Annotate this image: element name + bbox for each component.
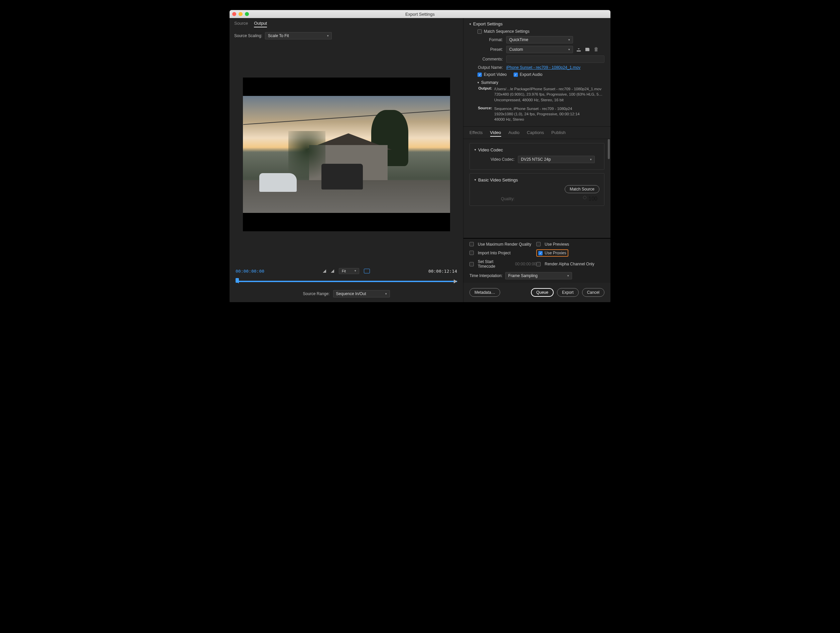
format-dropdown[interactable]: QuickTime ▾ xyxy=(506,36,573,43)
chevron-down-icon: ▾ xyxy=(567,274,569,277)
source-range-label: Source Range: xyxy=(303,291,330,296)
time-interp-dropdown[interactable]: Frame Sampling ▾ xyxy=(505,272,572,279)
preset-value: Custom xyxy=(509,47,523,52)
save-preset-icon[interactable] xyxy=(576,47,582,52)
video-codec-title: Video Codec xyxy=(478,147,503,152)
video-codec-dropdown[interactable]: DV25 NTSC 24p ▾ xyxy=(518,156,595,163)
timecode-out: 00:00:12:14 xyxy=(428,269,457,274)
safe-margins-icon[interactable] xyxy=(364,269,370,274)
tab-effects[interactable]: Effects xyxy=(469,130,483,137)
comments-label: Comments: xyxy=(469,57,506,62)
titlebar: Export Settings xyxy=(229,10,611,18)
summary-source-value: Sequence, iPhone Sunset - rec709 - 1080p… xyxy=(494,106,605,122)
export-video-label: Export Video xyxy=(484,72,507,77)
export-audio-checkbox[interactable] xyxy=(513,73,518,77)
chevron-down-icon: ▾ xyxy=(590,158,592,161)
set-start-tc-checkbox[interactable] xyxy=(469,262,474,266)
export-settings-window: Export Settings Source Output Source Sca… xyxy=(229,10,611,302)
set-start-tc-label: Set Start Timecode xyxy=(478,260,512,269)
preset-dropdown[interactable]: Custom ▾ xyxy=(506,46,573,53)
cancel-button[interactable]: Cancel xyxy=(582,288,605,297)
minimize-icon[interactable] xyxy=(238,12,243,16)
tab-audio[interactable]: Audio xyxy=(508,130,519,137)
source-range-dropdown[interactable]: Sequence In/Out ▾ xyxy=(333,290,390,298)
render-alpha-label: Render Alpha Channel Only xyxy=(545,262,594,266)
use-previews-label: Use Previews xyxy=(545,242,569,247)
import-project-label: Import Into Project xyxy=(478,251,510,255)
zoom-fit-value: Fit xyxy=(342,269,346,273)
summary-output-value: /Users/…le Package/iPhone Sunset - rec70… xyxy=(494,86,605,102)
range-end-handle[interactable] xyxy=(454,279,457,283)
preview-panel: Source Output Source Scaling: Scale To F… xyxy=(229,18,463,302)
time-interp-label: Time Interpolation: xyxy=(469,274,502,278)
chevron-down-icon: ▾ xyxy=(477,81,479,84)
summary-source-key: Source: xyxy=(477,106,494,122)
summary-output-key: Output: xyxy=(477,86,494,102)
delete-preset-icon[interactable] xyxy=(593,47,599,52)
basic-video-title: Basic Video Settings xyxy=(478,177,518,182)
chevron-down-icon: ▾ xyxy=(568,48,570,51)
quality-slider-handle[interactable] xyxy=(583,196,586,199)
chevron-down-icon: ▾ xyxy=(385,292,387,296)
use-proxies-checkbox[interactable] xyxy=(538,251,543,255)
output-name-link[interactable]: iPhone Sunset - rec709 - 1080p24_1.mov xyxy=(506,65,580,70)
chevron-down-icon: ▾ xyxy=(568,38,570,41)
preview-frame xyxy=(243,96,450,213)
video-codec-value: DV25 NTSC 24p xyxy=(521,157,551,162)
summary-header[interactable]: ▾ Summary xyxy=(477,80,605,85)
match-sequence-checkbox[interactable] xyxy=(477,29,482,34)
settings-tabs: Effects Video Audio Captions Publish xyxy=(463,126,611,139)
import-project-checkbox[interactable] xyxy=(469,251,474,255)
range-start-handle[interactable] xyxy=(235,279,239,283)
video-codec-header[interactable]: ▾ Video Codec xyxy=(474,147,599,152)
import-preset-icon[interactable] xyxy=(584,47,591,52)
scrollbar-thumb[interactable] xyxy=(608,139,610,159)
output-name-label: Output Name: xyxy=(469,65,506,70)
tab-publish[interactable]: Publish xyxy=(551,130,566,137)
quality-value: 100 xyxy=(588,196,597,202)
timeline[interactable] xyxy=(235,277,457,285)
match-source-button[interactable]: Match Source xyxy=(565,185,599,193)
basic-video-header[interactable]: ▾ Basic Video Settings xyxy=(474,177,599,182)
export-button[interactable]: Export xyxy=(557,288,579,297)
preview-tabs: Source Output xyxy=(229,18,463,29)
chevron-down-icon: ▾ xyxy=(474,148,476,151)
window-controls xyxy=(232,12,249,16)
video-codec-label: Video Codec: xyxy=(474,157,518,162)
quality-label: Quality: xyxy=(474,196,518,201)
video-preview xyxy=(243,78,450,231)
source-scaling-dropdown[interactable]: Scale To Fit ▾ xyxy=(265,32,332,40)
chevron-down-icon: ▾ xyxy=(355,269,356,273)
match-sequence-label: Match Sequence Settings xyxy=(484,29,530,34)
tab-source[interactable]: Source xyxy=(234,21,248,27)
window-title: Export Settings xyxy=(405,12,435,17)
source-scaling-value: Scale To Fit xyxy=(268,33,289,38)
export-video-checkbox[interactable] xyxy=(477,73,482,77)
maximize-icon[interactable] xyxy=(245,12,249,16)
export-settings-header[interactable]: ▾ Export Settings xyxy=(469,21,605,26)
render-alpha-checkbox[interactable] xyxy=(536,262,541,266)
timecode-in[interactable]: 00:00:00:00 xyxy=(235,269,264,274)
action-buttons: Metadata… Queue Export Cancel xyxy=(463,283,611,302)
mark-in-icon[interactable] xyxy=(323,269,326,273)
settings-panel: ▾ Export Settings Match Sequence Setting… xyxy=(463,18,611,302)
export-settings-title: Export Settings xyxy=(473,21,502,26)
zoom-fit-dropdown[interactable]: Fit ▾ xyxy=(339,268,359,274)
queue-button[interactable]: Queue xyxy=(531,288,554,297)
chevron-down-icon: ▾ xyxy=(469,22,471,26)
use-proxies-highlight: Use Proxies xyxy=(536,249,568,257)
max-quality-checkbox[interactable] xyxy=(469,242,474,246)
footer-options: Use Maximum Render Quality Use Previews … xyxy=(463,238,611,283)
use-previews-checkbox[interactable] xyxy=(536,242,541,246)
metadata-button[interactable]: Metadata… xyxy=(469,288,500,297)
format-label: Format: xyxy=(469,38,506,42)
max-quality-label: Use Maximum Render Quality xyxy=(478,242,531,247)
tab-video[interactable]: Video xyxy=(490,130,501,137)
comments-input[interactable] xyxy=(506,55,605,63)
tab-captions[interactable]: Captions xyxy=(527,130,544,137)
close-icon[interactable] xyxy=(232,12,236,16)
mark-out-icon[interactable] xyxy=(331,269,334,273)
format-value: QuickTime xyxy=(509,38,528,42)
export-audio-label: Export Audio xyxy=(520,72,543,77)
tab-output[interactable]: Output xyxy=(254,21,267,27)
